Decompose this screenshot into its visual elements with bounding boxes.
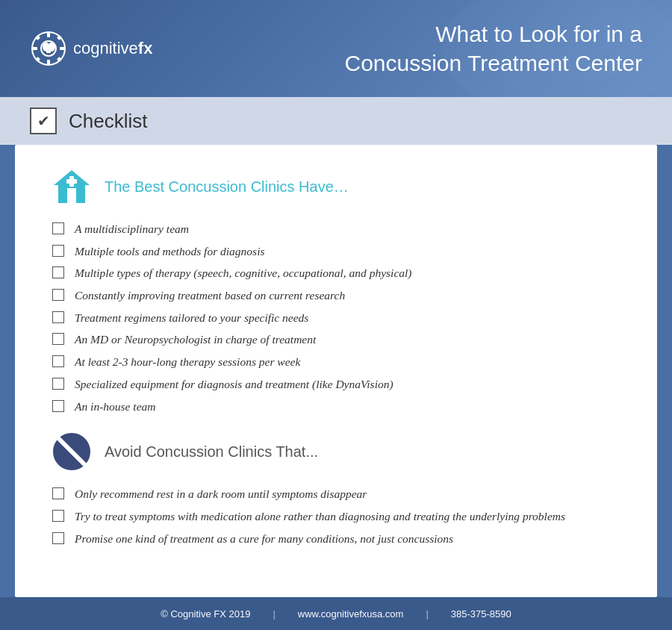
checklist-icon: ✔ <box>30 107 57 134</box>
list-item: Multiple types of therapy (speech, cogni… <box>52 265 620 281</box>
no-icon <box>52 432 91 471</box>
svg-point-15 <box>48 43 55 52</box>
svg-rect-12 <box>35 57 40 62</box>
logo-text: cognitivefx <box>73 39 152 58</box>
svg-rect-20 <box>66 179 77 184</box>
logo-area: cognitivefx <box>30 30 179 67</box>
svg-rect-16 <box>46 51 51 53</box>
list-item: Treatment regimens tailored to your spec… <box>52 310 620 326</box>
svg-rect-13 <box>57 57 62 62</box>
checkbox <box>52 355 64 367</box>
svg-rect-10 <box>35 35 40 40</box>
checkbox <box>52 289 64 301</box>
page-wrapper: cognitivefx What to Look for in a Concus… <box>0 0 672 630</box>
list-item: An in-house team <box>52 399 620 415</box>
main-content: The Best Concussion Clinics Have… A mult… <box>15 145 657 597</box>
footer-phone: 385-375-8590 <box>451 608 511 620</box>
svg-rect-6 <box>47 32 50 37</box>
header: cognitivefx What to Look for in a Concus… <box>0 0 672 97</box>
best-items-list: A multidisciplinary team Multiple tools … <box>52 221 620 414</box>
checklist-label: Checklist <box>69 110 147 133</box>
checkbox <box>52 245 64 257</box>
avoid-section-header: Avoid Concussion Clinics That... <box>52 432 620 471</box>
list-item: Only recommend rest in a dark room until… <box>52 486 620 502</box>
footer-website: www.cognitivefxusa.com <box>298 608 404 620</box>
checkbox <box>52 487 64 499</box>
svg-rect-9 <box>60 47 65 50</box>
checkbox <box>52 266 64 278</box>
checkbox <box>52 222 64 234</box>
footer-divider-2: | <box>426 608 428 620</box>
footer-copyright: © Cognitive FX 2019 <box>161 608 250 620</box>
list-item: Specialized equipment for diagnosis and … <box>52 376 620 393</box>
house-icon <box>52 167 91 206</box>
checkbox <box>52 400 64 412</box>
header-title: What to Look for in a Concussion Treatme… <box>179 19 642 78</box>
list-item: A multidisciplinary team <box>52 221 620 237</box>
svg-rect-7 <box>47 60 50 65</box>
best-section-header: The Best Concussion Clinics Have… <box>52 167 620 206</box>
header-title-text: What to Look for in a Concussion Treatme… <box>179 19 642 78</box>
best-section-title: The Best Concussion Clinics Have… <box>105 178 349 196</box>
checkbox <box>52 378 64 390</box>
svg-rect-11 <box>57 35 62 40</box>
checklist-bar: ✔ Checklist <box>0 97 672 145</box>
list-item: At least 2-3 hour-long therapy sessions … <box>52 354 620 370</box>
logo-icon <box>30 30 67 67</box>
svg-rect-18 <box>67 188 76 203</box>
svg-rect-8 <box>32 47 37 50</box>
checkbox <box>52 510 64 522</box>
checkbox <box>52 333 64 345</box>
footer-divider-1: | <box>273 608 275 620</box>
avoid-section-title: Avoid Concussion Clinics That... <box>105 443 318 461</box>
avoid-items-list: Only recommend rest in a dark room until… <box>52 486 620 546</box>
footer: © Cognitive FX 2019 | www.cognitivefxusa… <box>0 597 672 630</box>
checkbox <box>52 311 64 323</box>
list-item: Multiple tools and methods for diagnosis <box>52 243 620 260</box>
list-item: An MD or Neuropsychologist in charge of … <box>52 331 620 348</box>
list-item: Constantly improving treatment based on … <box>52 287 620 304</box>
list-item: Try to treat symptoms with medication al… <box>52 508 620 525</box>
checkbox <box>52 532 64 544</box>
list-item: Promise one kind of treatment as a cure … <box>52 531 620 547</box>
